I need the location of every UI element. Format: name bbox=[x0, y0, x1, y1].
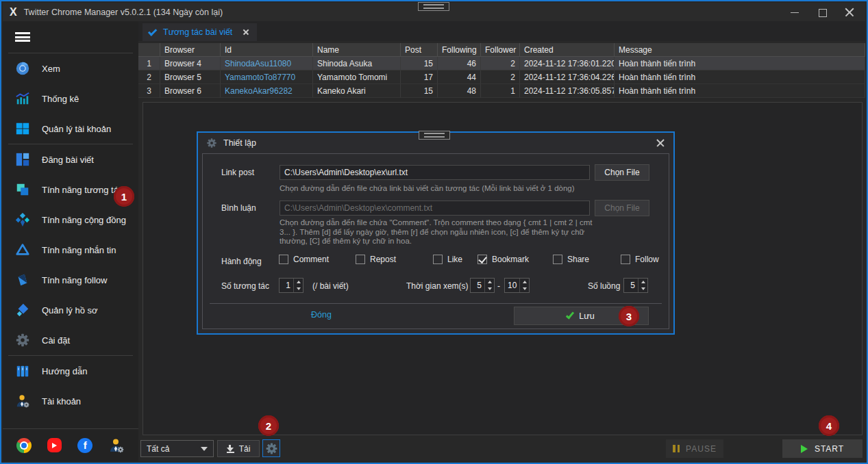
user-gear-icon[interactable] bbox=[108, 437, 125, 454]
close-button[interactable] bbox=[845, 8, 854, 17]
view-time-to-stepper[interactable]: 10 bbox=[504, 278, 530, 293]
minimize-button[interactable] bbox=[790, 8, 799, 17]
choose-comment-file-button[interactable]: Chọn File bbox=[595, 200, 649, 216]
download-button[interactable]: Tải bbox=[217, 440, 260, 457]
cell-id-link[interactable]: KanekoAkar96282 bbox=[221, 84, 313, 98]
checkbox[interactable] bbox=[279, 255, 288, 264]
checkbox-like[interactable]: Like bbox=[433, 255, 462, 264]
interactions-stepper[interactable]: 1 bbox=[279, 278, 303, 293]
col-post[interactable]: Post bbox=[401, 43, 438, 57]
checkbox-bookmark[interactable]: Bookmark bbox=[478, 255, 529, 264]
facebook-icon[interactable]: f bbox=[77, 438, 92, 453]
col-name[interactable]: Name bbox=[313, 43, 401, 57]
table-row[interactable]: 2 Browser 5 YamamotoTo87770 Yamamoto Tom… bbox=[138, 70, 865, 84]
sidebar-item-quan-ly-tai-khoan[interactable]: Quản lý tài khoản bbox=[3, 114, 138, 144]
sidebar-item-xem[interactable]: Xem bbox=[3, 53, 138, 83]
start-button[interactable]: START bbox=[782, 439, 863, 458]
choose-file-label: Chọn File bbox=[604, 203, 639, 213]
cell-post: 17 bbox=[401, 70, 438, 84]
comment-label: Bình luận bbox=[221, 203, 256, 213]
window-drag-grip-icon[interactable] bbox=[418, 2, 449, 11]
spinner-down-icon[interactable] bbox=[520, 285, 529, 292]
tab-close-icon[interactable] bbox=[242, 28, 250, 36]
col-created[interactable]: Created bbox=[520, 43, 615, 57]
table-row[interactable]: 3 Browser 6 KanekoAkar96282 Kaneko Akari… bbox=[138, 84, 865, 98]
checkbox-label: Follow bbox=[635, 255, 659, 264]
close-dialog-link[interactable]: Đóng bbox=[311, 310, 332, 320]
cell-created: 2024-11-12 17:36:01.220 bbox=[520, 57, 615, 70]
spinner-up-icon[interactable] bbox=[485, 279, 494, 285]
dialog-close-icon[interactable] bbox=[656, 138, 665, 148]
spinner-up-icon[interactable] bbox=[294, 279, 303, 285]
sidebar-item-label: Cài đặt bbox=[42, 335, 70, 346]
cell-id-link[interactable]: ShinodaAsu11080 bbox=[221, 57, 313, 70]
annotation-badge-4: 4 bbox=[819, 415, 839, 436]
filter-dropdown[interactable]: Tất cả bbox=[140, 440, 214, 457]
maximize-button[interactable] bbox=[817, 8, 827, 17]
checkbox[interactable] bbox=[433, 255, 443, 264]
spinner-down-icon[interactable] bbox=[294, 285, 303, 292]
filter-dropdown-value: Tất cả bbox=[147, 444, 169, 454]
table-header-row: Browser Id Name Post Following Follower … bbox=[138, 43, 865, 57]
sidebar-item-tinh-nang-follow[interactable]: Tính năng follow bbox=[3, 265, 138, 295]
checkbox-comment[interactable]: Comment bbox=[279, 255, 329, 264]
tab-bar: Tương tác bài viết bbox=[138, 21, 865, 41]
checkbox[interactable] bbox=[621, 255, 630, 264]
stepper-value: 1 bbox=[280, 279, 293, 292]
sidebar-item-tinh-nang-nhan-tin[interactable]: Tính năng nhắn tin bbox=[3, 235, 138, 265]
interactions-label: Số tương tác bbox=[221, 281, 269, 291]
chrome-icon[interactable] bbox=[16, 438, 32, 453]
col-rownum[interactable] bbox=[138, 43, 160, 57]
col-browser[interactable]: Browser bbox=[160, 43, 221, 57]
sidebar-item-thong-ke[interactable]: Thống kê bbox=[3, 83, 138, 114]
app-window: X Twitter Chrome Manager v5.0.2.1 (134 N… bbox=[0, 0, 868, 464]
sidebar-item-tai-khoan[interactable]: Tài khoản bbox=[3, 386, 138, 416]
col-follower[interactable]: Follower bbox=[481, 43, 520, 57]
spinner-down-icon[interactable] bbox=[638, 285, 647, 292]
col-following[interactable]: Following bbox=[438, 43, 481, 57]
settings-dialog: Thiết lập Link post Chọn File Chọn đường… bbox=[197, 131, 675, 335]
table-row[interactable]: 1 Browser 4 ShinodaAsu11080 Shinoda Asuk… bbox=[138, 57, 865, 70]
col-message[interactable]: Message bbox=[615, 43, 865, 57]
checkbox[interactable] bbox=[553, 255, 562, 264]
link-post-input[interactable] bbox=[280, 165, 590, 180]
checkbox-follow[interactable]: Follow bbox=[621, 255, 659, 264]
check-icon bbox=[148, 27, 157, 36]
spinner-up-icon[interactable] bbox=[638, 279, 647, 285]
col-id[interactable]: Id bbox=[221, 43, 313, 57]
shorts-icon[interactable] bbox=[47, 438, 62, 452]
view-time-from-stepper[interactable]: 5 bbox=[470, 278, 495, 293]
checkbox-share[interactable]: Share bbox=[553, 255, 589, 264]
threads-stepper[interactable]: 5 bbox=[623, 278, 648, 293]
download-button-label: Tải bbox=[239, 444, 251, 454]
tab-tuong-tac-bai-viet[interactable]: Tương tác bài viết bbox=[142, 23, 257, 41]
dialog-drag-grip-icon[interactable] bbox=[419, 131, 450, 140]
checkbox[interactable] bbox=[356, 255, 365, 264]
sidebar-item-label: Đăng bài viết bbox=[42, 155, 94, 165]
cell-following: 44 bbox=[438, 70, 481, 84]
checkbox-repost[interactable]: Repost bbox=[356, 255, 396, 264]
annotation-badge-2: 2 bbox=[258, 415, 279, 436]
pause-button-label: PAUSE bbox=[686, 444, 717, 454]
comment-input[interactable] bbox=[280, 201, 590, 216]
spinner-down-icon[interactable] bbox=[485, 285, 494, 292]
annotation-badge-1: 1 bbox=[114, 186, 134, 207]
pause-button[interactable]: PAUSE bbox=[666, 439, 723, 458]
sidebar-item-huong-dan[interactable]: Hướng dẫn bbox=[3, 356, 138, 386]
sidebar-item-label: Xem bbox=[42, 64, 60, 74]
settings-gear-button[interactable] bbox=[262, 439, 280, 457]
cell-id-link[interactable]: YamamotoTo87770 bbox=[221, 70, 313, 84]
sidebar-item-dang-bai-viet[interactable]: Đăng bài viết bbox=[3, 144, 138, 175]
sidebar-item-quan-ly-ho-so[interactable]: Quản lý hồ sơ bbox=[3, 295, 138, 325]
sidebar-item-cai-dat[interactable]: Cài đặt bbox=[3, 325, 138, 355]
cell-follower: 2 bbox=[481, 57, 520, 70]
checkbox[interactable] bbox=[478, 255, 487, 264]
sidebar-item-tinh-nang-cong-dong[interactable]: Tính năng cộng đồng bbox=[3, 205, 138, 235]
spinner-up-icon[interactable] bbox=[520, 279, 529, 285]
diamond-icon bbox=[15, 302, 30, 318]
cell-message: Hoàn thành tiến trình bbox=[615, 57, 865, 70]
comment-hint: Chọn đường dẫn đến file chứa "Comment". … bbox=[280, 218, 596, 246]
hamburger-menu-icon[interactable] bbox=[3, 21, 138, 53]
sidebar-item-label: Quản lý tài khoản bbox=[42, 124, 111, 134]
choose-file-button[interactable]: Chọn File bbox=[595, 164, 649, 181]
